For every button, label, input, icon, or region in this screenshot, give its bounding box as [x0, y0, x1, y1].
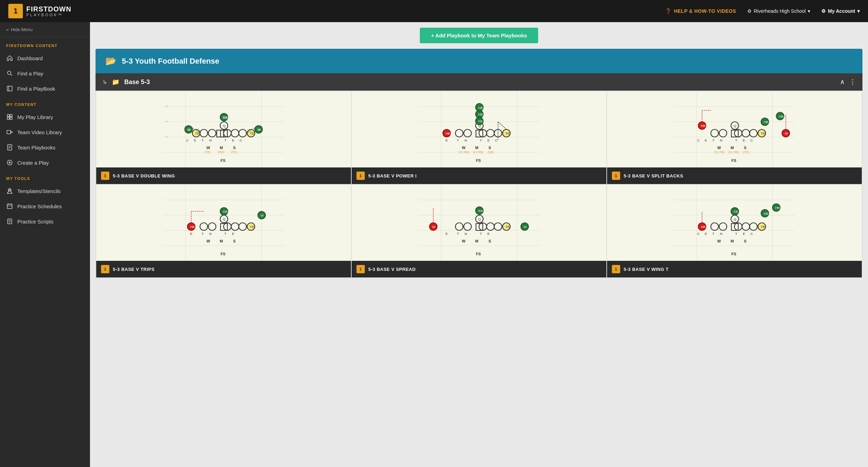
playbook-header: 📂 5-3 Youth Football Defense — [96, 49, 862, 73]
svg-text:M: M — [475, 239, 478, 243]
sidebar-item-templates[interactable]: Templates/Stencils — [0, 183, 90, 199]
play-badge: 1 — [612, 172, 620, 180]
svg-text:E: E — [743, 138, 745, 142]
svg-rect-5 — [10, 115, 12, 117]
playbook-title: 5-3 Youth Football Defense — [122, 57, 219, 66]
svg-point-0 — [8, 71, 11, 75]
play-card-label: 1 5-3 BASE V WING T — [607, 261, 862, 277]
svg-text:(NB): (NB) — [488, 150, 494, 154]
gear-icon: ⚙ — [821, 8, 826, 14]
svg-point-41 — [200, 129, 208, 137]
svg-text:W: W — [717, 146, 721, 150]
svg-text:E: E — [487, 138, 490, 142]
svg-point-79 — [455, 129, 463, 137]
play-name: 5-3 BASE V DOUBLE WING — [113, 173, 175, 178]
sidebar-item-play-library[interactable]: My Play Library — [0, 109, 90, 125]
school-selector[interactable]: ⚙ Riverheads High School ▾ — [747, 8, 810, 14]
find-play-label: Find a Play — [17, 71, 43, 76]
folder-icon: 📁 — [112, 78, 119, 86]
svg-text:–5: –5 — [165, 104, 168, 108]
school-icon: ⚙ — [747, 8, 752, 14]
play-card[interactable]: TE HB HB FB Q — [607, 184, 862, 278]
play-card[interactable]: TE Q HB FB HB — [351, 91, 607, 184]
find-playbook-label: Find a PlayBook — [17, 86, 55, 92]
svg-point-116 — [711, 129, 718, 137]
folder-title: Base 5-3 — [124, 79, 150, 86]
main-area: + Add Playbook to My Team Playbooks 📂 5-… — [90, 22, 868, 467]
chevron-down-icon-account: ▾ — [857, 8, 860, 14]
script-icon — [6, 218, 13, 225]
svg-point-181 — [464, 223, 471, 230]
hide-menu-button[interactable]: « Hide Menu — [0, 22, 90, 37]
svg-text:TE: TE — [250, 131, 254, 135]
svg-text:E: E — [232, 138, 234, 142]
play-diagram: TE Q RB W W — [352, 185, 606, 261]
more-options-icon[interactable]: ⋮ — [849, 78, 856, 86]
svg-text:Q: Q — [734, 124, 736, 128]
top-nav: 1 FIRSTDOWN PLAYBOOK™ ❓ HELP & HOW-TO VI… — [0, 0, 868, 22]
hide-menu-label: Hide Menu — [11, 27, 33, 32]
shapes-icon — [6, 187, 13, 194]
sidebar-item-find-playbook[interactable]: Find a PlayBook — [0, 81, 90, 96]
play-diagram: TE HB HB Q HB — [607, 91, 862, 167]
sidebar-item-dashboard[interactable]: Dashboard — [0, 51, 90, 66]
play-card[interactable]: TE HB HB Q HB — [607, 91, 862, 184]
svg-text:M: M — [220, 146, 223, 150]
play-card-label: 1 5-3 BASE V SPREAD — [352, 261, 606, 277]
svg-point-114 — [742, 129, 750, 137]
indent-arrow-icon: ↳ — [102, 79, 107, 85]
grid-icon — [6, 113, 13, 120]
svg-text:(TE): (TE) — [743, 150, 749, 154]
svg-text:C: C — [750, 138, 753, 142]
svg-text:C: C — [239, 138, 242, 142]
play-name: 5-3 BASE V SPREAD — [368, 267, 416, 272]
home-icon — [6, 55, 13, 62]
sidebar-item-video-library[interactable]: Team Video Library — [0, 125, 90, 140]
svg-text:M: M — [220, 239, 223, 243]
play-badge: 1 — [101, 265, 109, 273]
svg-text:HB: HB — [478, 106, 483, 110]
svg-text:S: S — [233, 239, 236, 243]
collapse-chevron-icon[interactable]: ∧ — [840, 78, 844, 86]
svg-text:HB: HB — [779, 115, 784, 118]
video-icon — [6, 129, 13, 136]
svg-text:T: T — [457, 138, 459, 142]
svg-text:T: T — [224, 232, 226, 236]
play-card[interactable]: –5 –4 –3 — [96, 91, 351, 184]
svg-text:N: N — [209, 138, 211, 142]
account-menu[interactable]: ⚙ My Account ▾ — [821, 8, 860, 14]
add-playbook-button[interactable]: + Add Playbook to My Team Playbooks — [420, 28, 538, 43]
svg-text:S: S — [489, 239, 491, 243]
top-nav-right: ❓ HELP & HOW-TO VIDEOS ⚙ Riverheads High… — [665, 8, 860, 14]
svg-text:W: W — [207, 239, 210, 243]
svg-text:M: M — [731, 146, 734, 150]
help-link[interactable]: ❓ HELP & HOW-TO VIDEOS — [665, 8, 736, 14]
sidebar-item-practice-schedules[interactable]: Practice Schedules — [0, 199, 90, 214]
svg-text:W: W — [188, 128, 191, 131]
play-name: 5-3 BASE V WING T — [624, 267, 669, 272]
svg-text:RB: RB — [223, 116, 228, 119]
svg-text:W: W — [207, 146, 210, 150]
main-content: 📂 5-3 Youth Football Defense ↳ 📁 Base 5-… — [90, 49, 868, 467]
svg-text:W: W — [524, 225, 527, 229]
sidebar-item-practice-scripts[interactable]: Practice Scripts — [0, 214, 90, 229]
chevron-left-icon: « — [6, 27, 9, 32]
play-library-label: My Play Library — [17, 114, 53, 120]
play-card[interactable]: TE Q RB W W — [351, 184, 607, 278]
svg-text:N: N — [464, 232, 467, 236]
sidebar-item-find-play[interactable]: Find a Play — [0, 66, 90, 81]
svg-text:E: E — [487, 232, 490, 236]
svg-point-183 — [487, 223, 494, 230]
sidebar-item-create-play[interactable]: Create a Play — [0, 155, 90, 170]
svg-text:W: W — [257, 128, 261, 131]
svg-point-36 — [208, 129, 216, 137]
sidebar-item-team-playbooks[interactable]: Team Playbooks — [0, 140, 90, 155]
svg-text:S: S — [233, 146, 236, 150]
svg-text:N: N — [720, 138, 722, 142]
svg-text:RB: RB — [223, 210, 228, 213]
sidebar: « Hide Menu FIRSTDOWN CONTENT Dashboard … — [0, 22, 90, 467]
logo: 1 FIRSTDOWN PLAYBOOK™ — [8, 4, 71, 18]
play-card[interactable]: TE Q RB HB W — [96, 184, 351, 278]
play-card-label: 1 5-3 BASE V POWER I — [352, 167, 606, 184]
svg-text:(#2 RB): (#2 RB) — [473, 150, 483, 154]
